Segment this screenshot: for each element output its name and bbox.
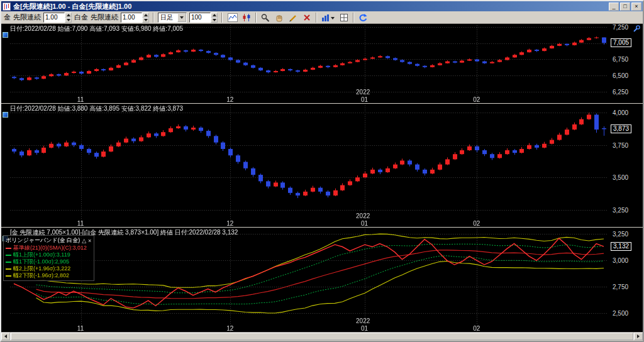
platinum-label: 白金 [74,13,88,22]
price-tick-label: 6,500 [613,72,628,79]
separator [316,13,317,23]
platinum-ohlc-readout: 日付:2022/02/28 始値:3,880 高値:3,895 安値:3,822… [10,104,183,113]
spinner-buttons [211,13,218,23]
legend-line-swatch [6,248,11,249]
price-tick-label: 3,500 [613,174,628,181]
separator [255,13,257,23]
legend-collapse-icon[interactable]: △ [82,238,86,244]
spinner-up-icon[interactable] [211,13,218,18]
legend-item-label: 基準線(21)(0)(SMA)(C):3,012 [13,245,87,251]
spinner-down-icon[interactable] [142,18,149,23]
legend-close-icon[interactable]: × [88,238,91,244]
pencil-icon[interactable] [287,12,299,23]
platinum-multiplier-spinner [121,13,149,23]
price-tick-label: 2,500 [613,310,628,317]
month-label: 11 [77,96,84,103]
grid-icon[interactable] [338,12,350,23]
scrollbar-thumb[interactable] [11,333,633,340]
spinner-up-icon[interactable] [65,13,72,18]
month-label: 12 [226,325,233,332]
spread-chart-area: [金 先限連続 7,005×1.00]-[白金 先限連続 3,873×1.00]… [1,228,610,332]
price-tick-label: 4,000 [613,109,628,116]
price-tick-label: 3,000 [613,257,628,264]
legend-line-swatch [6,275,11,277]
legend-item: 幅1下限(-1.00σ):2,905 [6,258,91,265]
timeframe-select[interactable]: 日足 [158,13,187,23]
month-label: 02 [473,325,480,332]
year-label: 2022 [356,317,370,324]
price-tick-label: 3,250 [613,207,628,214]
legend-line-swatch [6,255,11,256]
spinner-buttons [142,13,149,23]
legend-item-label: 幅2上限(+1.96σ):3,222 [13,265,70,272]
platinum-price-axis: 3,873 4,0003,7503,5003,250 [610,104,643,227]
month-label: 01 [361,96,368,103]
maximize-button[interactable]: □ [620,3,630,11]
separator [221,13,223,23]
legend-line-swatch [6,262,11,263]
gold-panel: 日付:2022/02/28 始値:7,090 高値:7,093 安値:6,980… [1,24,643,103]
month-label: 11 [77,325,84,332]
month-label: 01 [361,220,368,227]
year-label: 2022 [356,89,370,96]
legend-line-swatch [6,268,11,270]
timeframe-value: 日足 [158,13,177,22]
gold-x-axis: 111201202202 [1,95,610,103]
spinner-down-icon[interactable] [211,18,218,23]
indicator-icon[interactable] [319,12,336,23]
close-button[interactable]: × [631,3,641,11]
toolbar: 金 先限連続 白金 先限連続 日足 [1,11,643,24]
month-label: 12 [226,220,233,227]
panel-menu-icon[interactable] [3,112,8,118]
gold-multiplier-spinner [43,13,72,23]
month-label: 12 [226,96,233,103]
legend-item: 基準線(21)(0)(SMA)(C):3,012 [6,245,91,251]
refresh-icon[interactable] [357,12,369,23]
gold-chart-area: 日付:2022/02/28 始値:7,090 高値:7,093 安値:6,980… [1,24,610,103]
platinum-chart-canvas[interactable] [1,104,610,227]
window-title: 金[先限連続]1.00 - 白金[先限連続]1.00 [13,2,608,11]
hand-icon[interactable] [273,12,286,23]
spinner-up-icon[interactable] [142,13,149,18]
candlestick-icon[interactable] [240,12,253,23]
spread-panel: [金 先限連続 7,005×1.00]-[白金 先限連続 3,873×1.00]… [1,228,643,332]
bar-count-spinner [189,13,218,23]
platinum-chart-area: 日付:2022/02/28 始値:3,880 高値:3,895 安値:3,822… [1,104,610,227]
platinum-x-axis: 111201202202 [1,219,610,227]
horizontal-scrollbar [1,332,643,340]
legend-item-label: 幅1上限(+1.00σ):3,119 [13,251,70,258]
scroll-right-icon[interactable] [634,333,643,340]
scrollbar-track[interactable] [10,333,634,340]
bar-count-input[interactable] [189,13,211,23]
minimize-button[interactable]: _ [609,3,619,11]
app-icon [3,3,11,11]
panel-menu-icon[interactable] [3,32,8,38]
gold-chart-canvas[interactable] [1,24,610,103]
delete-icon[interactable] [301,12,313,23]
toolbar-icon-group [226,12,369,23]
price-tick-label: 3,250 [613,231,628,238]
legend-item: 幅2上限(+1.96σ):3,222 [6,265,91,272]
platinum-contract-label: 先限連続 [91,13,118,22]
spinner-buttons [65,13,72,23]
platinum-current-price-badge: 3,873 [611,124,631,133]
separator [353,13,354,23]
legend-item-label: 幅2下限(-1.96σ):2,802 [13,272,69,279]
spinner-down-icon[interactable] [65,18,72,23]
platinum-panel: 日付:2022/02/28 始値:3,880 高値:3,895 安値:3,822… [1,104,643,227]
year-label: 2022 [356,212,370,219]
title-bar[interactable]: 金[先限連続]1.00 - 白金[先限連続]1.00 _ □ × [1,1,643,11]
legend-item-label: 幅1下限(-1.00σ):2,905 [13,258,69,265]
line-chart-icon[interactable] [226,12,239,23]
platinum-multiplier-input[interactable] [121,13,142,23]
scroll-left-icon[interactable] [1,333,10,340]
gold-multiplier-input[interactable] [43,13,65,23]
price-tick-label: 7,250 [613,24,628,31]
chevron-down-icon[interactable] [177,13,186,22]
zoom-icon[interactable] [259,12,272,23]
month-label: 02 [473,96,480,103]
price-tick-label: 2,750 [613,284,628,290]
wrench-icon[interactable] [631,25,641,34]
separator [153,13,154,23]
price-tick-label: 3,750 [613,142,628,149]
